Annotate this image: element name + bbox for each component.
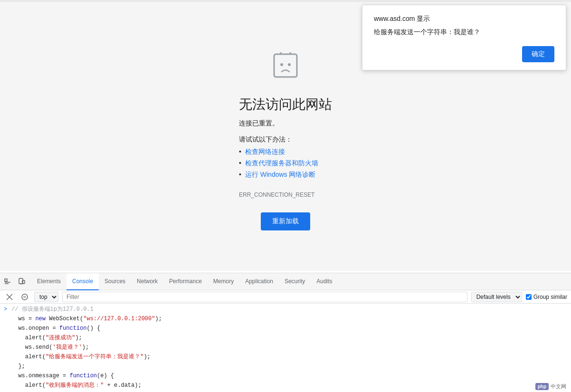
sad-face-icon — [270, 50, 301, 88]
arrow-spacer: > — [4, 391, 10, 392]
console-code: ws.onmessage = function(e) { — [11, 372, 114, 380]
arrow-spacer: > — [4, 353, 10, 361]
tab-network[interactable]: Network — [131, 273, 163, 290]
devtools-toolbar: top Default levels Group similar — [0, 290, 571, 304]
arrow-spacer: > — [4, 334, 10, 342]
console-code: }; — [11, 391, 25, 392]
devtools-panel: Elements Console Sources Network Perform… — [0, 273, 571, 392]
tab-elements[interactable]: Elements — [31, 273, 67, 290]
tab-console[interactable]: Console — [67, 273, 99, 290]
console-code: ws = new WebSocket("ws://127.0.0.1:2000"… — [11, 315, 162, 323]
suggestion-diagnostics[interactable]: 运行 Windows 网络诊断 — [239, 171, 318, 179]
svg-point-3 — [280, 63, 283, 66]
default-levels-select[interactable]: Default levels — [471, 292, 522, 302]
error-content: 无法访问此网站 连接已重置。 请试试以下办法： 检查网络连接 检查代理服务器和防… — [239, 50, 332, 230]
php-logo-text: 中文网 — [551, 383, 566, 390]
arrow-spacer: > — [4, 372, 10, 380]
svg-rect-5 — [5, 279, 7, 281]
svg-rect-9 — [22, 280, 25, 284]
console-line: > alert("连接成功"); — [0, 333, 571, 343]
console-code: // 假设服务端ip为127.0.0.1 — [11, 305, 94, 314]
arrow-spacer: > — [4, 343, 10, 352]
arrow-icon: > — [4, 305, 10, 314]
alert-buttons: 确定 — [374, 46, 554, 62]
group-similar-label[interactable]: Group similar — [526, 294, 567, 300]
browser-main: 无法访问此网站 连接已重置。 请试试以下办法： 检查网络连接 检查代理服务器和防… — [0, 0, 571, 271]
svg-point-4 — [288, 63, 291, 66]
console-code: }; — [11, 362, 25, 371]
top-selector[interactable]: top — [34, 292, 58, 302]
tab-security[interactable]: Security — [279, 273, 311, 290]
top-bar — [0, 0, 571, 2]
console-line: > alert("收到服务端的消息：" + e.data); — [0, 381, 571, 390]
suggestion-proxy[interactable]: 检查代理服务器和防火墙 — [239, 159, 318, 168]
tab-memory[interactable]: Memory — [208, 273, 239, 290]
alert-message: 给服务端发送一个字符串：我是谁？ — [374, 28, 554, 37]
alert-ok-button[interactable]: 确定 — [522, 46, 554, 62]
console-line: > ws.send('我是谁？'); — [0, 343, 571, 352]
arrow-spacer: > — [4, 381, 10, 390]
alert-dialog: www.asd.com 显示 给服务端发送一个字符串：我是谁？ 确定 — [362, 5, 566, 70]
clear-console-icon[interactable] — [4, 291, 15, 303]
arrow-spacer: > — [4, 315, 10, 323]
console-line: > // 假设服务端ip为127.0.0.1 — [0, 305, 571, 314]
error-title: 无法访问此网站 — [239, 96, 332, 114]
error-code: ERR_CONNECTION_RESET — [239, 191, 314, 198]
svg-rect-0 — [274, 54, 297, 77]
tab-performance[interactable]: Performance — [163, 273, 208, 290]
console-line: > }; — [0, 390, 571, 392]
console-line: > ws.onopen = function() { — [0, 324, 571, 333]
tab-application[interactable]: Application — [239, 273, 279, 290]
arrow-spacer: > — [4, 324, 10, 333]
error-suggestions-label: 请试试以下办法： — [239, 135, 292, 144]
inspect-element-icon[interactable] — [2, 276, 13, 287]
devtools-tabs: Elements Console Sources Network Perform… — [0, 273, 571, 290]
php-logo-box: php — [535, 383, 549, 390]
console-code: ws.onopen = function() { — [11, 324, 100, 333]
console-code: alert("给服务端发送一个字符串：我是谁？"); — [11, 353, 151, 361]
tab-sources[interactable]: Sources — [99, 273, 131, 290]
error-suggestions-list: 检查网络连接 检查代理服务器和防火墙 运行 Windows 网络诊断 — [239, 148, 318, 182]
alert-site: www.asd.com 显示 — [374, 15, 554, 23]
reload-button[interactable]: 重新加载 — [261, 212, 310, 230]
devtools-icons — [2, 276, 28, 287]
php-logo[interactable]: php 中文网 — [535, 383, 566, 390]
console-line: > }; — [0, 362, 571, 371]
error-subtitle: 连接已重置。 — [239, 119, 279, 128]
console-line: > alert("给服务端发送一个字符串：我是谁？"); — [0, 352, 571, 362]
console-code: alert("收到服务端的消息：" + e.data); — [11, 381, 142, 390]
console-line: > ws = new WebSocket("ws://127.0.0.1:200… — [0, 314, 571, 324]
tab-audits[interactable]: Audits — [311, 273, 338, 290]
arrow-spacer: > — [4, 362, 10, 371]
device-toolbar-icon[interactable] — [16, 276, 28, 287]
stop-icon[interactable] — [19, 291, 30, 303]
console-code: alert("连接成功"); — [11, 334, 82, 342]
console-line: > ws.onmessage = function(e) { — [0, 371, 571, 381]
console-output: > // 假设服务端ip为127.0.0.1 > ws = new WebSoc… — [0, 304, 571, 392]
console-code: ws.send('我是谁？'); — [11, 343, 89, 352]
suggestion-network[interactable]: 检查网络连接 — [239, 148, 318, 156]
filter-input[interactable] — [62, 292, 467, 302]
group-similar-checkbox[interactable] — [526, 294, 532, 300]
